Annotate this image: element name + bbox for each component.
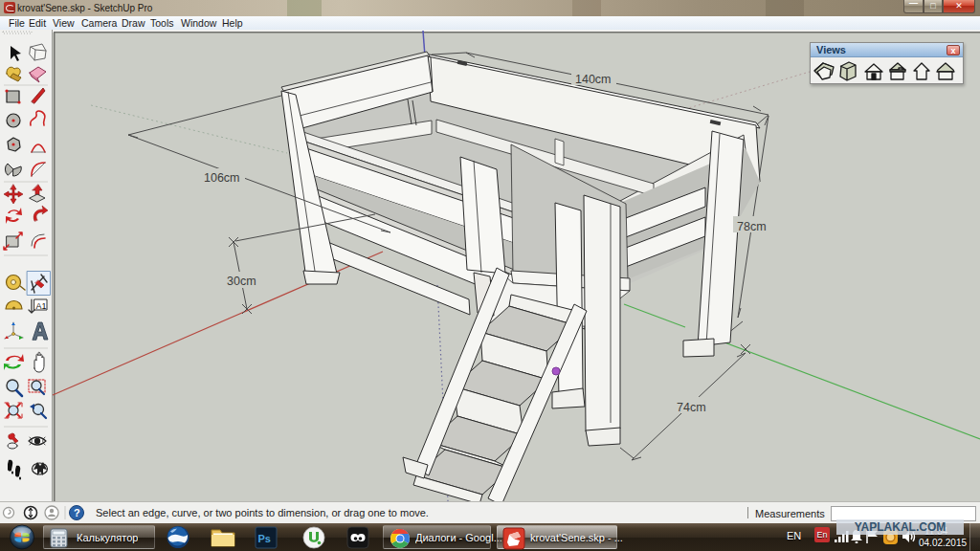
svg-text:78cm: 78cm bbox=[737, 220, 767, 233]
svg-text:140cm: 140cm bbox=[575, 73, 612, 86]
svg-text:A1: A1 bbox=[36, 301, 47, 311]
svg-text:Ps: Ps bbox=[258, 533, 271, 544]
svg-text:?: ? bbox=[74, 507, 80, 518]
svg-text:74cm: 74cm bbox=[677, 401, 706, 414]
svg-text:106cm: 106cm bbox=[204, 171, 240, 185]
svg-text:30cm: 30cm bbox=[227, 275, 256, 288]
